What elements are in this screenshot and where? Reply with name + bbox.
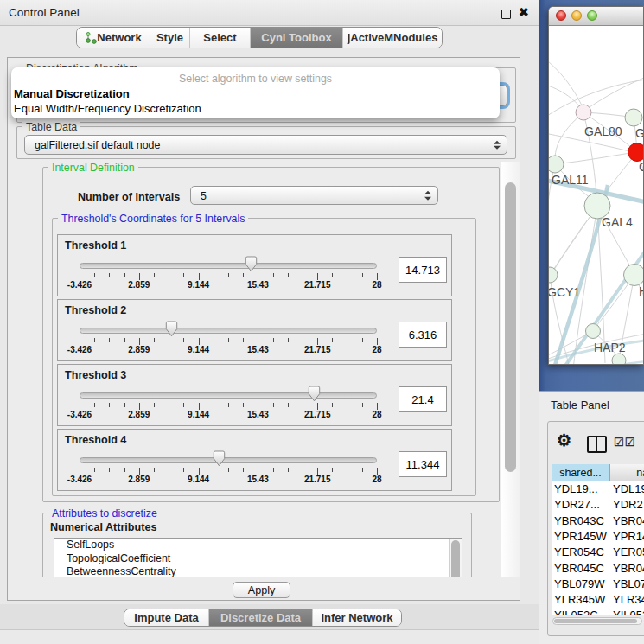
slider-tick bbox=[183, 468, 184, 472]
split-columns-icon[interactable] bbox=[587, 436, 607, 453]
network-node[interactable] bbox=[549, 267, 558, 283]
slider-tick bbox=[303, 273, 303, 277]
table-row[interactable]: YLR345WYLR345W bbox=[552, 592, 644, 608]
control-panel-window: Control Panel ✖ NetworkStyleSelectCyni T… bbox=[0, 0, 539, 644]
threshold-value-field[interactable]: 6.316 bbox=[399, 322, 447, 348]
network-node-label: GCY1 bbox=[549, 285, 580, 299]
slider-track[interactable] bbox=[80, 457, 377, 463]
network-node[interactable] bbox=[612, 354, 626, 364]
network-node-label: C bbox=[639, 160, 643, 174]
slider-thumb[interactable] bbox=[308, 386, 321, 403]
slider-tick bbox=[273, 273, 274, 277]
cell-name: YBR043C bbox=[613, 513, 644, 529]
bottom-tab-infer-network[interactable]: Infer Network bbox=[312, 609, 401, 626]
slider-tick bbox=[139, 468, 140, 475]
settings-gear-icon[interactable]: ⚙ bbox=[557, 432, 571, 449]
column-header-shared-name[interactable]: shared... bbox=[552, 464, 610, 481]
algorithm-option-manual[interactable]: Manual Discretization bbox=[14, 87, 130, 100]
slider-tick-label: 21.715 bbox=[304, 410, 331, 419]
table-row[interactable]: YDL19...YDL19... bbox=[552, 481, 644, 497]
network-node-label: GAL11 bbox=[552, 173, 589, 187]
close-icon[interactable]: ✖ bbox=[519, 0, 529, 25]
table-row[interactable]: YPR145WYPR145W bbox=[552, 529, 644, 545]
table-row[interactable]: YER054CYER054C bbox=[552, 545, 644, 560]
close-traffic-light[interactable] bbox=[556, 10, 566, 21]
tab-cyni-toolbox[interactable]: Cyni Toolbox bbox=[250, 28, 342, 48]
attribute-item[interactable]: BetweennessCentrality bbox=[54, 565, 462, 577]
number-of-intervals-combo[interactable]: 5 bbox=[190, 186, 438, 205]
combo-stepper-icon bbox=[424, 191, 431, 201]
network-node[interactable] bbox=[549, 156, 564, 173]
float-window-icon[interactable] bbox=[501, 10, 511, 19]
cell-name: YIL052C bbox=[613, 608, 644, 615]
tab-style[interactable]: Style bbox=[150, 28, 189, 48]
slider-tick-label: 28 bbox=[372, 475, 381, 484]
slider-tick-label: 15.43 bbox=[247, 410, 269, 419]
slider-tick bbox=[243, 338, 244, 342]
thresholds-group: Threshold's Coordinates for 5 Intervals … bbox=[52, 218, 476, 496]
slider-tick bbox=[243, 403, 244, 407]
slider-tick bbox=[183, 273, 184, 277]
settings-vertical-scrollbar[interactable] bbox=[501, 162, 520, 577]
table-horizontal-scrollbar[interactable] bbox=[552, 617, 642, 625]
slider-tick-label: 28 bbox=[372, 410, 381, 419]
algorithm-option-equal-width[interactable]: Equal Width/Frequency Discretization bbox=[14, 102, 201, 115]
slider-tick bbox=[303, 403, 303, 407]
network-node[interactable] bbox=[628, 143, 644, 162]
table-data-combo-value: galFiltered.sif default node bbox=[35, 136, 160, 154]
slider-thumb[interactable] bbox=[213, 450, 226, 468]
table-row[interactable]: YBR043CYBR043C bbox=[552, 513, 644, 529]
slider-tick bbox=[80, 338, 80, 345]
table-row[interactable]: YIL052CYIL052C bbox=[552, 608, 644, 615]
column-header-name[interactable]: name bbox=[610, 464, 644, 481]
network-node-label: GAL4 bbox=[602, 215, 633, 229]
tab-select[interactable]: Select bbox=[189, 28, 250, 48]
network-node[interactable] bbox=[624, 265, 644, 286]
attributes-list[interactable]: SelfLoopsTopologicalCoefficientBetweenne… bbox=[54, 538, 462, 577]
slider-tick-label: -3.426 bbox=[67, 475, 92, 484]
slider-thumb[interactable] bbox=[245, 256, 258, 273]
slider-tick bbox=[377, 403, 378, 410]
slider-tick bbox=[199, 273, 200, 280]
slider-tick bbox=[228, 338, 229, 342]
attribute-item[interactable]: SelfLoops bbox=[54, 539, 462, 552]
minimize-traffic-light[interactable] bbox=[571, 10, 582, 21]
threshold-value-field[interactable]: 21.4 bbox=[399, 386, 447, 412]
zoom-traffic-light[interactable] bbox=[587, 10, 597, 21]
slider-track[interactable] bbox=[80, 263, 377, 269]
tab-network[interactable]: Network bbox=[77, 28, 150, 48]
attribute-item[interactable]: TopologicalCoefficient bbox=[54, 552, 462, 566]
bottom-tab-impute-data[interactable]: Impute Data bbox=[124, 609, 208, 626]
apply-button[interactable]: Apply bbox=[233, 582, 290, 598]
slider-tick bbox=[154, 403, 155, 407]
slider-tick bbox=[362, 403, 363, 407]
slider-tick bbox=[362, 338, 363, 342]
bottom-tab-discretize-data[interactable]: Discretize Data bbox=[208, 609, 312, 626]
slider-tick-label: 28 bbox=[372, 280, 381, 290]
select-checkboxes-icon[interactable]: ☑☑ bbox=[614, 436, 635, 449]
slider-tick bbox=[243, 273, 244, 277]
slider-thumb[interactable] bbox=[165, 321, 178, 338]
network-graph[interactable]: GAL80GALCGAL11GAL4GCY1HHAP2 bbox=[549, 25, 643, 364]
network-window-titlebar[interactable] bbox=[549, 7, 643, 26]
threshold-value-field[interactable]: 11.344 bbox=[399, 451, 447, 477]
threshold-value-field[interactable]: 14.713 bbox=[399, 257, 447, 283]
network-node-label: HAP2 bbox=[594, 341, 626, 354]
table-data-combo[interactable]: galFiltered.sif default node bbox=[24, 135, 507, 155]
network-node[interactable] bbox=[586, 324, 601, 339]
slider-tick-label: 9.144 bbox=[188, 280, 209, 290]
network-node[interactable] bbox=[576, 105, 591, 120]
slider-track[interactable] bbox=[80, 328, 377, 334]
table-row[interactable]: YBL079WYBL079W bbox=[552, 577, 644, 592]
slider-tick-label: 28 bbox=[372, 345, 381, 354]
tab-jactivemnodules[interactable]: jActiveMNodules bbox=[342, 28, 442, 48]
slider-track[interactable] bbox=[80, 392, 377, 399]
slider-tick bbox=[124, 338, 125, 342]
table-row[interactable]: YBR045CYBR045C bbox=[552, 561, 644, 577]
cell-name: YBR045C bbox=[613, 561, 644, 577]
table-row[interactable]: YDR27...YDR27... bbox=[552, 497, 644, 513]
settings-scroll-viewport: Interval Definition Number of Intervals … bbox=[9, 162, 507, 577]
network-node[interactable] bbox=[625, 109, 642, 126]
slider-tick bbox=[362, 273, 363, 277]
attributes-list-scrollbar[interactable] bbox=[449, 539, 462, 577]
